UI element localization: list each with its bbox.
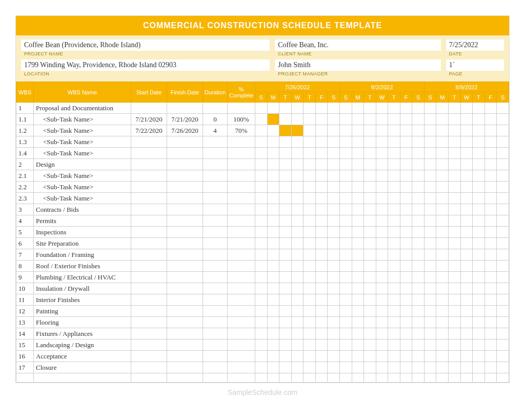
- gantt-cell: [424, 272, 436, 283]
- gantt-cell: [473, 227, 485, 238]
- cell-duration: [203, 159, 228, 170]
- gantt-cell: [267, 103, 279, 114]
- gantt-cell: [267, 283, 279, 294]
- gantt-cell: [376, 103, 388, 114]
- gantt-cell: [460, 261, 473, 272]
- gantt-cell: [388, 136, 400, 148]
- cell-finish: [167, 317, 203, 328]
- gantt-cell: [304, 125, 316, 136]
- cell-finish: [167, 103, 203, 114]
- gantt-cell: [339, 272, 352, 283]
- location-value: 1799 Winding Way, Providence, Rhode Isla…: [21, 59, 270, 71]
- gantt-cell: [412, 227, 425, 238]
- gantt-cell: [328, 215, 340, 227]
- gantt-cell: [484, 283, 497, 294]
- gantt-cell: [484, 272, 497, 283]
- gantt-cell: [473, 204, 485, 215]
- cell-duration: [203, 306, 228, 317]
- cell-finish: [167, 136, 203, 148]
- cell-name: <Sub-Task Name>: [34, 136, 131, 148]
- gantt-cell: [291, 159, 304, 170]
- gantt-cell: [328, 103, 340, 114]
- gantt-cell: [497, 193, 509, 204]
- gantt-cell: [328, 125, 340, 136]
- gantt-cell: [304, 193, 316, 204]
- gantt-cell: [364, 136, 376, 148]
- gantt-cell: [484, 351, 497, 362]
- gantt-cell: [267, 339, 279, 351]
- gantt-cell: [412, 103, 425, 114]
- gantt-cell: [352, 249, 364, 261]
- gantt-cell: [255, 362, 268, 373]
- cell-wbs: 9: [16, 272, 34, 283]
- date-label: DATE: [446, 51, 504, 56]
- gantt-cell: [473, 103, 485, 114]
- cell-finish: [167, 148, 203, 159]
- cell-wbs: 1.1: [16, 114, 34, 125]
- gantt-cell: [328, 204, 340, 215]
- empty-cell: [328, 373, 340, 383]
- gantt-cell: [424, 148, 436, 159]
- empty-cell: [400, 373, 412, 383]
- gantt-cell: [255, 193, 268, 204]
- cell-pct: 70%: [228, 125, 255, 136]
- gantt-cell: [473, 238, 485, 249]
- gantt-cell: [400, 261, 412, 272]
- gantt-cell: [328, 249, 340, 261]
- gantt-cell: [279, 317, 292, 328]
- header-week3: 8/9/2022: [424, 82, 509, 92]
- table-row: 12Painting: [16, 306, 509, 317]
- gantt-cell: [267, 238, 279, 249]
- cell-wbs: 1: [16, 103, 34, 114]
- gantt-cell: [352, 339, 364, 351]
- gantt-cell: [436, 339, 449, 351]
- cell-pct: [228, 238, 255, 249]
- header-start-date: Start Date: [131, 82, 167, 103]
- cell-pct: [228, 261, 255, 272]
- gantt-cell: [364, 182, 376, 193]
- watermark: SampleSchedule.com: [15, 383, 510, 396]
- gantt-cell: [436, 351, 449, 362]
- gantt-cell: [400, 193, 412, 204]
- cell-name: Fixtures / Appliances: [34, 328, 131, 339]
- gantt-cell: [315, 159, 328, 170]
- gantt-cell: [412, 272, 425, 283]
- gantt-cell: [279, 182, 292, 193]
- gantt-cell: [376, 227, 388, 238]
- gantt-cell: [339, 114, 352, 125]
- cell-duration: [203, 261, 228, 272]
- gantt-cell: [412, 215, 425, 227]
- gantt-cell: [473, 136, 485, 148]
- table-row: 15Landscaping / Design: [16, 339, 509, 351]
- empty-cell: [364, 373, 376, 383]
- gantt-cell: [424, 227, 436, 238]
- gantt-cell: [388, 272, 400, 283]
- gantt-cell: [460, 215, 473, 227]
- gantt-cell: [449, 215, 461, 227]
- gantt-cell: [255, 249, 268, 261]
- gantt-cell: [473, 339, 485, 351]
- gantt-cell: [484, 362, 497, 373]
- gantt-cell: [400, 182, 412, 193]
- cell-pct: [228, 136, 255, 148]
- cell-name: Insulation / Drywall: [34, 283, 131, 294]
- empty-cell: [291, 373, 304, 383]
- gantt-cell: [388, 283, 400, 294]
- cell-pct: [228, 159, 255, 170]
- cell-start: [131, 362, 167, 373]
- header-day: M: [436, 92, 449, 103]
- gantt-cell: [449, 362, 461, 373]
- gantt-cell: [449, 283, 461, 294]
- gantt-cell: [473, 182, 485, 193]
- gantt-cell: [364, 351, 376, 362]
- gantt-cell: [436, 328, 449, 339]
- gantt-cell: [291, 148, 304, 159]
- gantt-cell: [328, 294, 340, 306]
- gantt-cell: [328, 261, 340, 272]
- gantt-cell: [484, 339, 497, 351]
- gantt-cell: [291, 317, 304, 328]
- cell-pct: [228, 215, 255, 227]
- gantt-cell: [315, 170, 328, 182]
- gantt-cell: [255, 294, 268, 306]
- gantt-cell: [352, 294, 364, 306]
